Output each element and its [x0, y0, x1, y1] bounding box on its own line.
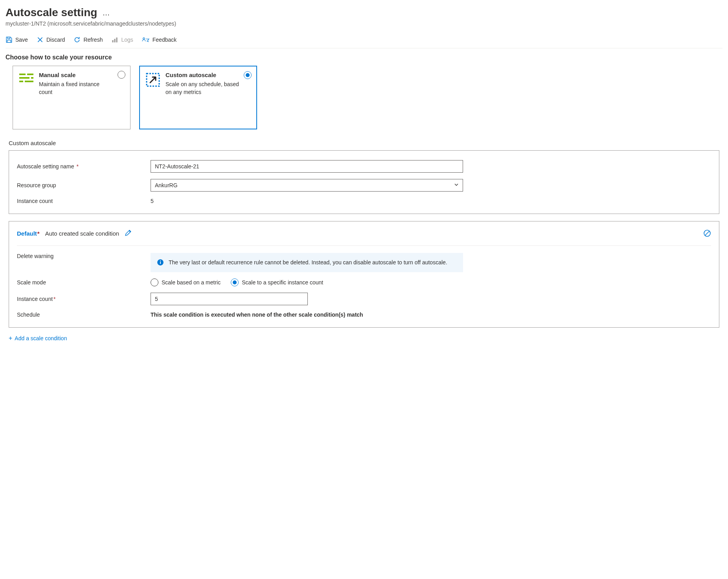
svg-rect-2 [116, 37, 118, 42]
svg-rect-1 [114, 39, 116, 42]
condition-subtitle: Auto created scale condition [45, 230, 119, 237]
svg-line-12 [705, 231, 710, 236]
scale-mode-count-label: Scale to a specific instance count [242, 279, 323, 286]
scale-condition-panel: Default* Auto created scale condition De… [9, 221, 719, 328]
schedule-text: This scale condition is executed when no… [151, 312, 363, 318]
add-scale-condition-label: Add a scale condition [15, 335, 67, 341]
custom-autoscale-desc: Scale on any schedule, based on any metr… [165, 81, 240, 96]
condition-instance-count-input[interactable] [151, 293, 308, 305]
add-scale-condition-button[interactable]: + Add a scale condition [9, 335, 722, 342]
svg-rect-6 [19, 77, 29, 79]
resource-group-label: Resource group [17, 182, 143, 188]
info-icon [157, 259, 164, 266]
discard-button[interactable]: Discard [37, 36, 65, 43]
svg-rect-0 [112, 40, 114, 42]
scale-mode-metric-radio[interactable]: Scale based on a metric [151, 278, 221, 286]
refresh-button[interactable]: Refresh [74, 36, 103, 43]
save-icon [6, 36, 13, 43]
toolbar: Save Discard Refresh Logs Feedback [6, 34, 722, 48]
instance-count-value: 5 [151, 198, 154, 204]
more-icon[interactable]: ⋯ [103, 11, 110, 18]
delete-warning-label: Delete warning [17, 253, 143, 259]
feedback-button[interactable]: Feedback [142, 36, 176, 43]
svg-point-3 [143, 38, 145, 39]
manual-scale-icon [18, 72, 34, 124]
schedule-label: Schedule [17, 312, 143, 318]
svg-rect-4 [19, 74, 26, 75]
manual-scale-title: Manual scale [39, 72, 114, 78]
save-button[interactable]: Save [6, 36, 28, 43]
condition-name: Default* [17, 230, 40, 237]
custom-autoscale-section-label: Custom autoscale [9, 140, 722, 146]
feedback-label: Feedback [153, 37, 176, 43]
svg-rect-7 [31, 77, 33, 79]
custom-autoscale-icon [145, 72, 161, 124]
disable-condition-button[interactable] [703, 229, 711, 238]
save-label: Save [15, 37, 28, 43]
svg-rect-14 [160, 262, 161, 264]
custom-autoscale-title: Custom autoscale [165, 72, 240, 78]
refresh-icon [74, 36, 81, 43]
custom-autoscale-radio[interactable] [244, 71, 252, 79]
scale-choice-heading: Choose how to scale your resource [6, 54, 722, 61]
refresh-label: Refresh [83, 37, 103, 43]
page-subtitle: mycluster-1/NT2 (microsoft.servicefabric… [6, 20, 722, 27]
logs-button: Logs [111, 36, 133, 43]
custom-autoscale-card[interactable]: Custom autoscale Scale on any schedule, … [139, 66, 257, 129]
autoscale-name-input[interactable] [151, 160, 463, 173]
scale-mode-metric-label: Scale based on a metric [162, 279, 221, 286]
logs-icon [111, 36, 118, 43]
plus-icon: + [9, 335, 12, 342]
svg-rect-5 [27, 74, 33, 75]
logs-label: Logs [121, 37, 133, 43]
svg-rect-9 [25, 81, 33, 82]
svg-point-15 [160, 260, 161, 261]
autoscale-settings-panel: Autoscale setting name * Resource group … [9, 150, 719, 214]
feedback-icon [142, 36, 150, 43]
condition-instance-count-label: Instance count* [17, 296, 143, 302]
discard-label: Discard [46, 37, 65, 43]
ban-icon [703, 229, 711, 237]
delete-warning-message: The very last or default recurrence rule… [151, 253, 463, 272]
scale-mode-count-radio[interactable]: Scale to a specific instance count [231, 278, 323, 286]
edit-condition-button[interactable] [125, 229, 132, 238]
instance-count-label: Instance count [17, 198, 143, 204]
close-icon [37, 36, 44, 43]
autoscale-name-label: Autoscale setting name * [17, 163, 143, 170]
manual-scale-radio[interactable] [118, 71, 125, 79]
resource-group-select[interactable] [151, 179, 463, 192]
pencil-icon [125, 229, 132, 236]
svg-rect-8 [19, 81, 23, 82]
manual-scale-card[interactable]: Manual scale Maintain a fixed instance c… [13, 66, 131, 129]
manual-scale-desc: Maintain a fixed instance count [39, 81, 114, 96]
scale-mode-label: Scale mode [17, 279, 143, 286]
page-title: Autoscale setting [6, 6, 97, 19]
